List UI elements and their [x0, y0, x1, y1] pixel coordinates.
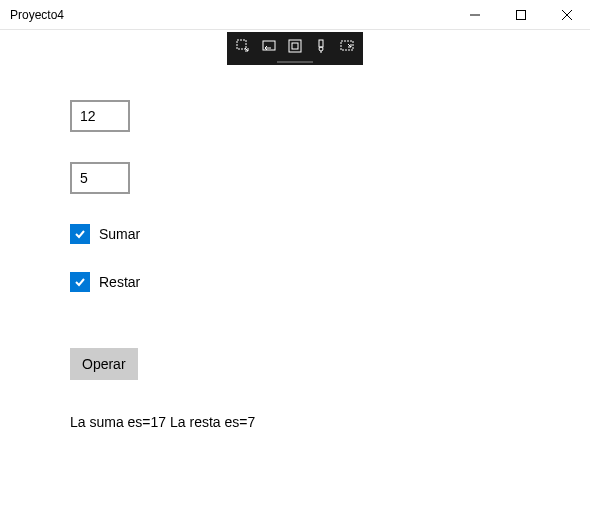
form-content: Sumar Restar Operar La suma es=17 La res… — [0, 30, 590, 521]
window-titlebar: Proyecto4 — [0, 0, 590, 30]
operate-button[interactable]: Operar — [70, 348, 138, 380]
window-controls — [452, 0, 590, 29]
close-button[interactable] — [544, 0, 590, 29]
restar-label: Restar — [99, 274, 140, 290]
result-text: La suma es=17 La resta es=7 — [70, 414, 590, 430]
minimize-button[interactable] — [452, 0, 498, 29]
window-title: Proyecto4 — [10, 8, 64, 22]
restar-checkbox-row[interactable]: Restar — [70, 272, 590, 292]
svg-rect-1 — [517, 10, 526, 19]
restar-checkbox[interactable] — [70, 272, 90, 292]
sumar-checkbox-row[interactable]: Sumar — [70, 224, 590, 244]
value2-input[interactable] — [70, 162, 130, 194]
maximize-button[interactable] — [498, 0, 544, 29]
sumar-label: Sumar — [99, 226, 140, 242]
value1-input[interactable] — [70, 100, 130, 132]
sumar-checkbox[interactable] — [70, 224, 90, 244]
